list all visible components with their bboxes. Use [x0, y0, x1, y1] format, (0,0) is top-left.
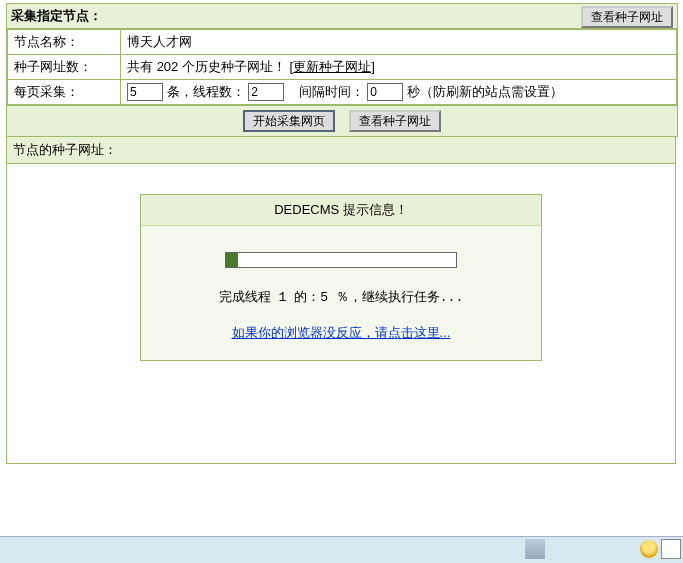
- view-seeds-button[interactable]: 查看种子网址: [349, 110, 441, 132]
- start-collect-button[interactable]: 开始采集网页: [243, 110, 335, 132]
- action-bar: 开始采集网页 查看种子网址: [7, 105, 677, 136]
- seed-count-label: 种子网址数：: [8, 55, 121, 80]
- panel-title: 采集指定节点：: [11, 8, 102, 23]
- interval-suffix: 秒（防刷新的站点需设置）: [407, 84, 563, 99]
- taskbar-grip: [525, 539, 545, 559]
- interval-label: 间隔时间：: [299, 84, 364, 99]
- per-page-input[interactable]: [127, 83, 163, 101]
- per-unit: 条，线程数：: [167, 84, 245, 99]
- threads-input[interactable]: [248, 83, 284, 101]
- seed-prefix: 共有: [127, 59, 157, 74]
- seed-count-cell: 共有 202 个历史种子网址！ [更新种子网址]: [121, 55, 677, 80]
- taskbar: [0, 536, 683, 563]
- view-seeds-top-button[interactable]: 查看种子网址: [581, 6, 673, 28]
- seed-suffix: 个历史种子网址！: [178, 59, 286, 74]
- system-tray: [640, 539, 681, 559]
- progress-bar: [225, 252, 457, 268]
- node-name-value: 博天人才网: [121, 30, 677, 55]
- settings-table: 节点名称： 博天人才网 种子网址数： 共有 202 个历史种子网址！ [更新种子…: [7, 29, 677, 105]
- work-area: DEDECMS 提示信息！ 完成线程 1 的：5 ％，继续执行任务... 如果你…: [6, 164, 676, 464]
- node-name-label: 节点名称：: [8, 30, 121, 55]
- progress-fill: [226, 253, 238, 267]
- message-title: DEDECMS 提示信息！: [141, 195, 541, 226]
- seed-list-header: 节点的种子网址：: [6, 137, 676, 164]
- fallback-link[interactable]: 如果你的浏览器没反应，请点击这里...: [232, 325, 451, 340]
- message-box: DEDECMS 提示信息！ 完成线程 1 的：5 ％，继续执行任务... 如果你…: [140, 194, 542, 361]
- per-page-cell: 条，线程数： 间隔时间： 秒（防刷新的站点需设置）: [121, 80, 677, 105]
- tray-icon[interactable]: [661, 539, 681, 559]
- seed-count: 202: [157, 59, 179, 74]
- bulb-icon[interactable]: [640, 540, 658, 558]
- progress-status: 完成线程 1 的：5 ％，继续执行任务...: [155, 288, 527, 306]
- panel-header: 采集指定节点： 查看种子网址: [7, 4, 677, 29]
- update-seeds-link[interactable]: [更新种子网址]: [290, 59, 375, 74]
- per-page-label: 每页采集：: [8, 80, 121, 105]
- interval-input[interactable]: [367, 83, 403, 101]
